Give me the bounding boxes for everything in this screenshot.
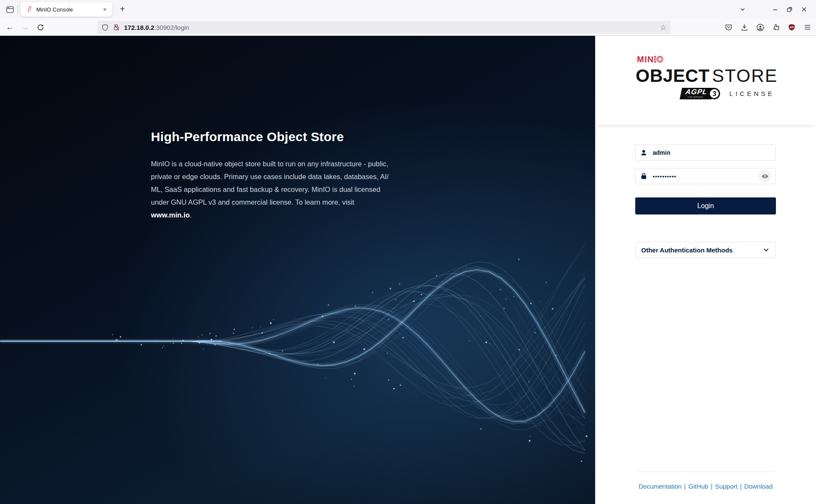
brand-header: MINIO OBJECTSTORE AGPL Free Software 3 L… (595, 36, 816, 125)
extensions-puzzle-icon[interactable] (771, 22, 781, 32)
forward-button[interactable]: → (18, 20, 32, 35)
footer-link-support[interactable]: Support (715, 483, 738, 490)
username-input[interactable]: admin (635, 145, 776, 161)
logo-io: IO (654, 55, 664, 64)
hero-panel: High-Performance Object Store MinIO is a… (0, 36, 595, 504)
firefox-view-button[interactable] (3, 3, 16, 15)
lock-icon (640, 172, 648, 180)
password-value: •••••••••• (653, 173, 677, 180)
firefox-view-icon (6, 6, 14, 14)
bookmark-star-icon[interactable]: ☆ (660, 23, 666, 32)
tab-separator (17, 5, 18, 14)
list-tabs-chevron-icon[interactable] (737, 3, 749, 15)
footer-link-documentation[interactable]: Documentation (639, 483, 682, 490)
url-bar[interactable]: 172.18.0.2:30902/login ☆ (97, 21, 671, 34)
url-path: :30902/login (154, 24, 189, 31)
downloads-icon[interactable] (739, 22, 749, 32)
window-restore-button[interactable] (784, 3, 796, 15)
account-icon[interactable] (755, 22, 765, 32)
password-input[interactable]: •••••••••• (635, 168, 776, 184)
insecure-lock-icon[interactable] (113, 24, 120, 31)
user-icon (640, 149, 648, 156)
reload-icon (37, 24, 44, 31)
login-panel: MINIO OBJECTSTORE AGPL Free Software 3 L… (595, 36, 816, 504)
chevron-down-icon (762, 246, 770, 254)
back-button[interactable]: ← (3, 20, 17, 35)
wave-graphic (0, 36, 595, 504)
paragraph-line: private or edge clouds. Primary use case… (151, 170, 398, 183)
tab-title: MinIO Console (36, 6, 101, 13)
footer-link-download[interactable]: Download (744, 483, 773, 490)
url-host: 172.18.0.2 (124, 24, 154, 31)
hero-heading: High-Performance Object Store (151, 130, 344, 144)
footer-divider (637, 472, 775, 472)
window-minimize-button[interactable] (769, 3, 781, 15)
panel-footer: Documentation|GitHub|Support|Download (595, 483, 816, 490)
svg-text:uO: uO (790, 26, 794, 29)
footer-link-github[interactable]: GitHub (689, 483, 709, 490)
agpl-license-row: AGPL Free Software 3 LICENSE (681, 88, 775, 99)
reload-button[interactable] (33, 20, 48, 35)
license-label: LICENSE (729, 90, 775, 97)
hero-paragraph: MinIO is a cloud-native object store bui… (151, 157, 398, 221)
browser-toolbar: ← → 172.18.0.2:30902/login ☆ (0, 19, 816, 36)
username-value: admin (653, 149, 670, 156)
minio-favicon (26, 6, 32, 13)
window-close-button[interactable] (798, 3, 810, 15)
toolbar-icons: uO (723, 21, 813, 34)
toggle-password-visibility-button[interactable] (758, 170, 771, 182)
menu-hamburger-icon[interactable] (802, 22, 813, 32)
browser-tab[interactable]: MinIO Console × (20, 2, 113, 17)
tab-bar: MinIO Console × + (0, 0, 816, 19)
page-content: High-Performance Object Store MinIO is a… (0, 36, 816, 504)
eye-icon (761, 173, 769, 180)
paragraph-line: ML, SaaS applications and fast backup & … (151, 183, 398, 196)
object-store-title: OBJECTSTORE (636, 66, 778, 86)
other-auth-label: Other Authentication Methods (641, 246, 732, 254)
other-auth-accordion[interactable]: Other Authentication Methods (635, 242, 776, 258)
min-io-link[interactable]: www.min.io (151, 211, 190, 219)
tracking-shield-icon[interactable] (101, 24, 109, 31)
pocket-icon[interactable] (723, 22, 734, 32)
link-suffix: . (190, 211, 192, 219)
login-button[interactable]: Login (635, 197, 776, 214)
paragraph-line: MinIO is a cloud-native object store bui… (151, 157, 398, 170)
tab-close-icon[interactable]: × (101, 5, 109, 14)
login-form: admin •••••••••• Login Other Authenticat… (635, 145, 776, 258)
browser-window: MinIO Console × + ← → (0, 0, 816, 504)
logo-min: MIN (637, 55, 654, 64)
paragraph-line: under GNU AGPL v3 and commercial license… (151, 196, 398, 209)
minio-logo: MINIO (637, 55, 664, 64)
ublock-origin-icon[interactable]: uO (787, 22, 797, 32)
new-tab-button[interactable]: + (116, 3, 129, 15)
